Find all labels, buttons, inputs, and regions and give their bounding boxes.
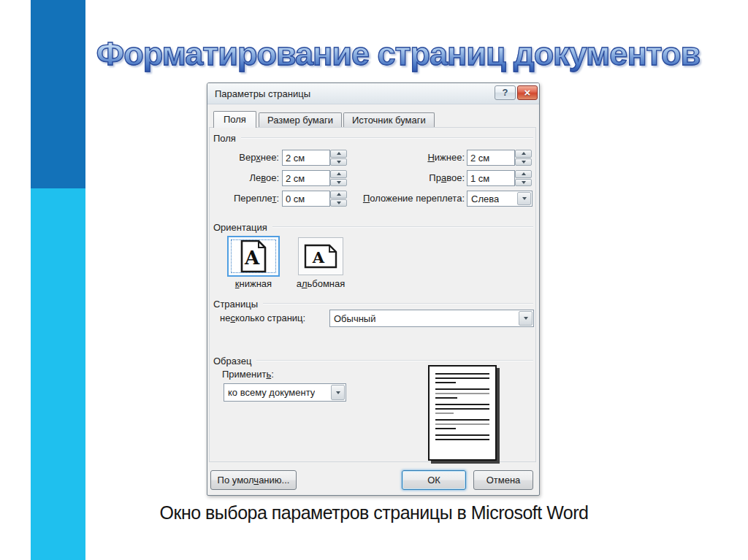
preview-lines: [435, 373, 489, 440]
multiple-pages-label: несколько страниц:: [220, 312, 305, 323]
combo-value: Слева: [471, 193, 499, 204]
gutter-label: Переплет:: [215, 193, 279, 204]
slide-caption: Окно выбора параметров страницы в Micros…: [0, 502, 748, 523]
close-button[interactable]: ×: [517, 85, 538, 100]
spin-up-button[interactable]: [515, 170, 532, 178]
margin-bottom-label: Нижнее:: [339, 152, 465, 163]
triangle-up-icon: [522, 152, 526, 155]
accent-bar-top: [31, 0, 85, 188]
triangle-up-icon: [522, 172, 526, 175]
apply-to-label: Применить:: [222, 369, 274, 380]
spin-down-button[interactable]: [515, 158, 532, 166]
triangle-down-icon: [336, 391, 340, 394]
dialog-titlebar[interactable]: Параметры страницы ? ×: [207, 83, 539, 104]
group-orientation-label: Ориентация: [213, 222, 267, 233]
page-setup-dialog: Параметры страницы ? × Поля Размер бумаг…: [207, 83, 540, 496]
triangle-down-icon: [522, 161, 526, 164]
svg-text:A: A: [244, 247, 260, 269]
group-margins-header: Поля: [213, 132, 533, 144]
ok-button[interactable]: ОК: [402, 470, 466, 490]
orientation-portrait-button[interactable]: A: [227, 236, 280, 277]
combo-value: Обычный: [334, 313, 375, 324]
spin-down-button[interactable]: [515, 179, 532, 187]
triangle-down-icon: [524, 317, 528, 320]
group-margins-label: Поля: [213, 133, 236, 144]
accent-bar: [31, 0, 85, 560]
cancel-button[interactable]: Отмена: [473, 470, 533, 490]
group-orientation-header: Ориентация: [213, 221, 533, 233]
combo-arrow-button[interactable]: [519, 311, 533, 326]
triangle-down-icon: [522, 197, 527, 200]
svg-text:A: A: [312, 248, 325, 266]
orientation-landscape-option-label[interactable]: альбомная: [288, 278, 354, 289]
combo-arrow-button[interactable]: [517, 192, 531, 205]
document-preview: [428, 365, 497, 461]
combo-arrow-button[interactable]: [331, 385, 345, 400]
margin-right-input[interactable]: [467, 170, 515, 186]
page-title: Форматирование страниц документов: [66, 35, 730, 73]
default-button[interactable]: По умолчанию...: [210, 470, 297, 490]
tab-paper-size[interactable]: Размер бумаги: [259, 112, 342, 127]
combo-value: ко всему документу: [228, 387, 315, 398]
orientation-portrait-option-label[interactable]: книжная: [222, 278, 285, 289]
group-sample-label: Образец: [213, 356, 251, 367]
margin-bottom-spinner: [515, 150, 532, 166]
group-pages-header: Страницы: [213, 298, 533, 310]
group-separator-line: [256, 360, 533, 361]
triangle-down-icon: [522, 181, 526, 184]
gutter-position-label: Положение переплета:: [339, 193, 465, 204]
margin-top-input[interactable]: [282, 150, 330, 166]
group-pages-label: Страницы: [213, 299, 258, 310]
tab-fields[interactable]: Поля: [213, 111, 256, 128]
spin-up-button[interactable]: [515, 150, 532, 158]
page-landscape-icon: A: [304, 244, 337, 269]
multiple-pages-combo[interactable]: Обычный: [329, 310, 534, 327]
margin-bottom-input[interactable]: [467, 150, 515, 166]
group-separator-line: [263, 303, 533, 304]
margin-right-label: Правое:: [339, 172, 465, 183]
dialog-title-text: Параметры страницы: [215, 88, 310, 99]
gutter-input[interactable]: [282, 191, 330, 207]
group-separator-line: [241, 137, 533, 139]
margin-left-input[interactable]: [282, 170, 330, 186]
help-button[interactable]: ?: [495, 85, 516, 100]
orientation-landscape-button[interactable]: A: [298, 237, 343, 275]
page-portrait-icon: A: [240, 239, 267, 273]
gutter-position-combo[interactable]: Слева: [467, 191, 533, 207]
apply-to-combo[interactable]: ко всему документу: [224, 383, 346, 402]
margin-left-label: Левое:: [215, 172, 279, 183]
tab-paper-source[interactable]: Источник бумаги: [343, 112, 435, 127]
group-separator-line: [272, 226, 533, 228]
margin-right-spinner: [515, 170, 532, 186]
margin-top-label: Верхнее:: [215, 152, 279, 163]
